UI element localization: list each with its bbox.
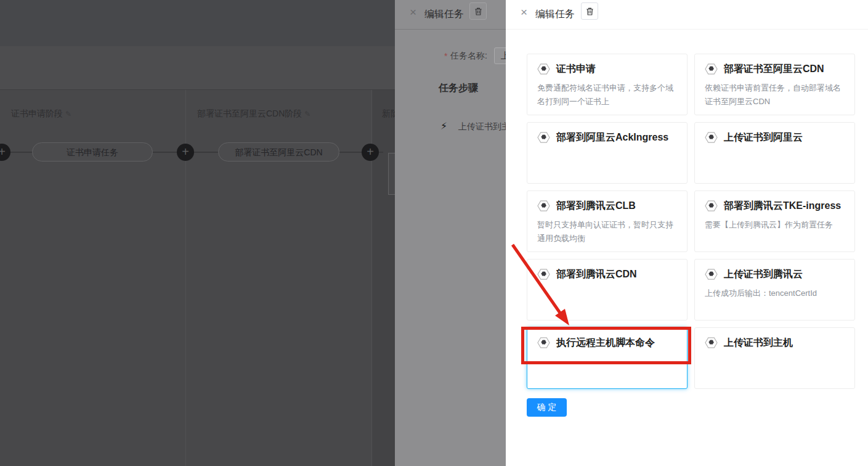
plugin-card-desc: 需要【上传到腾讯云】作为前置任务: [705, 218, 845, 232]
plugin-card-deploy-aliyun-cdn[interactable]: 部署证书至阿里云CDN 依赖证书申请前置任务，自动部署域名证书至阿里云CDN: [694, 54, 855, 115]
confirm-button[interactable]: 确 定: [527, 398, 567, 417]
pipeline-canvas: 证书申请阶段✎ 部署证书至阿里云CDN阶段✎ 新阶段 证书申请任务 部署证书至阿…: [0, 90, 395, 466]
plugin-card-deploy-tencent-cdn[interactable]: 部署到腾讯云CDN: [527, 259, 688, 321]
delete-task-button[interactable]: [581, 2, 598, 20]
plugin-card-deploy-ack-ingress[interactable]: 部署到阿里云AckIngress: [527, 122, 688, 184]
add-stage-button[interactable]: +: [177, 144, 194, 161]
app-header-dimmed: [0, 0, 395, 46]
drawer-title: 编辑任务: [424, 8, 464, 21]
plugin-card-title: 执行远程主机脚本命令: [556, 337, 655, 350]
delete-task-button[interactable]: [469, 2, 487, 20]
plugin-card-desc: 依赖证书申请前置任务，自动部署域名证书至阿里云CDN: [705, 81, 845, 108]
close-icon[interactable]: ×: [410, 6, 416, 19]
plugin-card-title: 部署到腾讯云CDN: [556, 268, 637, 281]
new-task-placeholder: [388, 153, 395, 195]
stage-title-text: 证书申请阶段: [11, 108, 63, 118]
trash-icon: [474, 7, 483, 16]
edit-task-drawer-background: × 编辑任务 * 任务名称: 上 任务步骤 ⚡ 上传证书到主: [395, 0, 506, 466]
stage-title-3: 新阶段: [382, 108, 395, 120]
plugin-hexagon-icon: [705, 131, 718, 144]
plugin-card-deploy-tke-ingress[interactable]: 部署到腾讯云TKE-ingress 需要【上传到腾讯云】作为前置任务: [694, 190, 855, 252]
plugin-hexagon-icon: [537, 62, 550, 76]
plugin-card-desc: 暂时只支持单向认证证书，暂时只支持通用负载均衡: [537, 218, 677, 245]
stage-title-text: 新阶段: [382, 108, 395, 118]
plugin-card-grid: 证书申请 免费通配符域名证书申请，支持多个域名打到同一个证书上 部署到阿里云Ac…: [527, 54, 855, 389]
edit-pencil-icon[interactable]: ✎: [65, 110, 71, 118]
required-mark: *: [444, 51, 447, 61]
stage-title-2: 部署证书至阿里云CDN阶段✎: [197, 108, 310, 120]
plugin-card-title: 上传证书到阿里云: [724, 131, 803, 144]
plugin-card-title: 部署到腾讯云CLB: [556, 200, 636, 213]
plugin-card-upload-aliyun[interactable]: 上传证书到阿里云: [694, 122, 855, 184]
plugin-card-title: 上传证书到主机: [724, 337, 793, 350]
pipeline-toolbar-dimmed: [0, 46, 395, 90]
lightning-icon: ⚡: [440, 120, 447, 132]
plugin-hexagon-icon: [537, 131, 550, 144]
plugin-hexagon-icon: [705, 62, 718, 76]
stage-title-text: 部署证书至阿里云CDN阶段: [197, 108, 302, 118]
plugin-card-upload-tencent[interactable]: 上传证书到腾讯云 上传成功后输出：tencentCertId: [694, 259, 855, 321]
plugin-hexagon-icon: [705, 199, 718, 213]
task-pill-deploy-cdn[interactable]: 部署证书至阿里云CDN: [218, 142, 339, 161]
plugin-card-deploy-tencent-clb[interactable]: 部署到腾讯云CLB 暂时只支持单向认证证书，暂时只支持通用负载均衡: [527, 190, 688, 252]
task-steps-heading: 任务步骤: [439, 82, 478, 95]
drawer-title: 编辑任务: [535, 8, 575, 21]
plugin-card-title: 部署到阿里云AckIngress: [556, 131, 668, 144]
add-stage-button[interactable]: +: [362, 144, 379, 161]
plugin-card-run-remote-script[interactable]: 执行远程主机脚本命令: [527, 327, 688, 389]
task-step-item[interactable]: 上传证书到主: [458, 121, 506, 133]
plugin-card-desc: 免费通配符域名证书申请，支持多个域名打到同一个证书上: [537, 81, 677, 108]
plugin-card-desc: 上传成功后输出：tencentCertId: [705, 287, 845, 300]
task-name-label: 任务名称:: [450, 51, 487, 62]
plugin-card-title: 上传证书到腾讯云: [724, 268, 803, 281]
task-pill-cert-request[interactable]: 证书申请任务: [32, 142, 153, 161]
stage-title-1: 证书申请阶段✎: [11, 108, 71, 120]
plugin-hexagon-icon: [537, 199, 550, 213]
plugin-card-title: 部署到腾讯云TKE-ingress: [724, 200, 841, 213]
plugin-card-upload-host[interactable]: 上传证书到主机: [694, 327, 855, 389]
task-name-input[interactable]: 上: [494, 47, 506, 64]
plugin-hexagon-icon: [537, 268, 550, 281]
plugin-card-title: 证书申请: [556, 63, 596, 76]
plugin-hexagon-icon: [705, 268, 718, 281]
plugin-hexagon-icon: [537, 336, 550, 350]
edit-task-drawer: × 编辑任务 证书申请 免费通配符域名证书申请，支持多个域名打到同一个证书上 部…: [506, 0, 868, 466]
plugin-hexagon-icon: [705, 336, 718, 350]
plugin-card-cert-request[interactable]: 证书申请 免费通配符域名证书申请，支持多个域名打到同一个证书上: [527, 54, 688, 115]
close-icon[interactable]: ×: [521, 6, 527, 19]
trash-icon: [585, 7, 594, 16]
plugin-card-title: 部署证书至阿里云CDN: [724, 63, 824, 76]
edit-pencil-icon[interactable]: ✎: [304, 110, 310, 118]
